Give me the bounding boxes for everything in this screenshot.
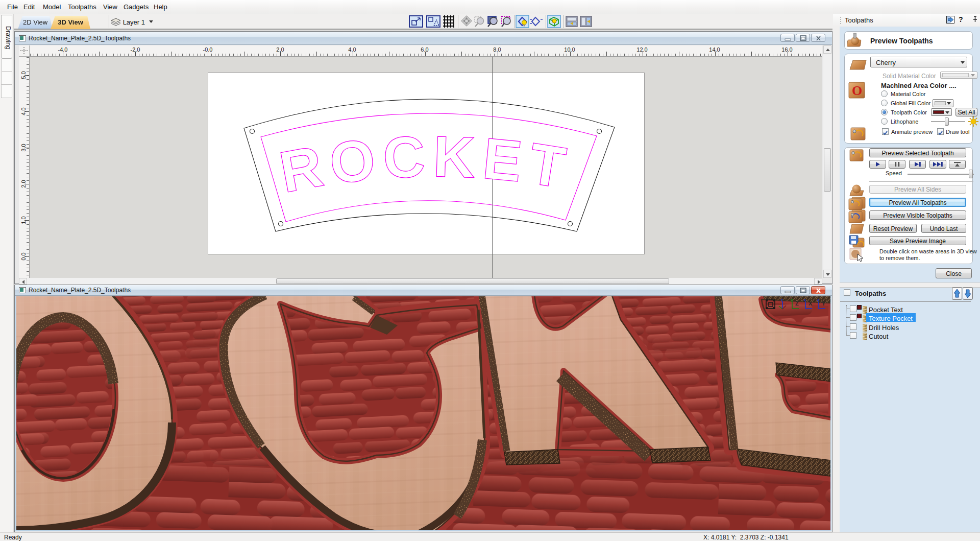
svg-text:Z: Z	[795, 300, 799, 307]
svg-text:y: y	[791, 297, 793, 302]
svg-text:z: z	[781, 298, 783, 302]
svg-text:z: z	[817, 297, 819, 302]
svg-text:O: O	[852, 83, 862, 98]
svg-text:Y: Y	[822, 300, 826, 307]
svg-text:z: z	[804, 297, 806, 302]
svg-text:X: X	[808, 300, 813, 307]
